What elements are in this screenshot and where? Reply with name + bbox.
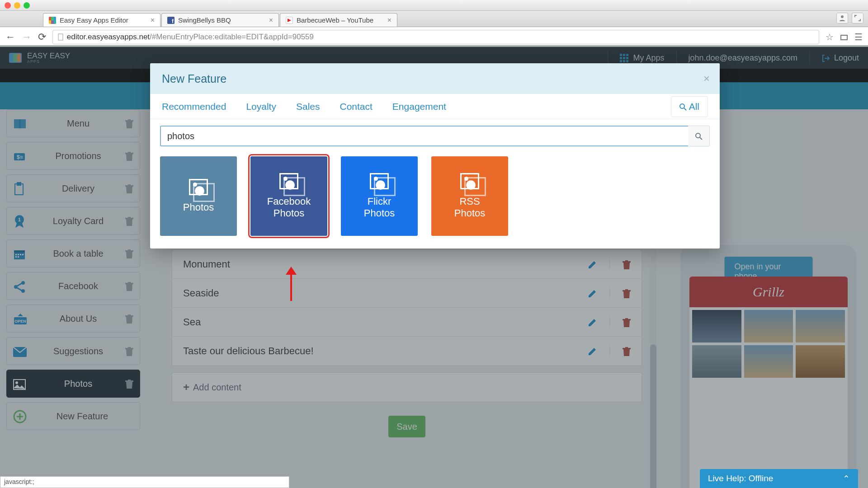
page-icon xyxy=(57,33,65,41)
browser-tabstrip: Easy Easy Apps Editor × SwingBellys BBQ … xyxy=(0,11,868,27)
svg-rect-1 xyxy=(58,34,63,40)
tab-label: BarbecueWeb – YouTube xyxy=(297,16,373,24)
search-icon xyxy=(695,133,703,140)
filter-all-button[interactable]: All xyxy=(671,96,708,117)
svg-rect-2 xyxy=(841,35,847,40)
card-label: FacebookPhotos xyxy=(267,196,311,220)
card-label: FlickrPhotos xyxy=(364,196,395,220)
nav-reload-icon[interactable]: ⟳ xyxy=(38,31,46,43)
browser-urlbar: ← → ⟳ editor.easyeasyapps.net/#MenuEntry… xyxy=(0,27,868,47)
feature-card-photos[interactable]: Photos xyxy=(160,156,237,236)
os-titlebar xyxy=(0,0,868,11)
favicon-grid-icon xyxy=(49,17,56,24)
favicon-facebook-icon xyxy=(167,17,175,24)
tab-barbecueweb[interactable]: BarbecueWeb – YouTube × xyxy=(280,13,397,27)
tab-close-icon[interactable]: × xyxy=(269,16,273,24)
feature-search-input[interactable] xyxy=(160,126,688,146)
url-path: /#MenuEntryPlace:editable=EDIT&appId=905… xyxy=(150,33,314,42)
modal-tabs: RecommendedLoyaltySalesContactEngagement… xyxy=(150,94,720,119)
favicon-youtube-icon xyxy=(286,17,293,24)
card-label: Photos xyxy=(183,202,214,213)
photo-stack-icon xyxy=(279,173,298,189)
bookmark-star-icon[interactable]: ☆ xyxy=(826,32,834,42)
feature-search-button[interactable] xyxy=(688,126,710,146)
hamburger-menu-icon[interactable]: ☰ xyxy=(854,32,863,42)
modal-tab-recommended[interactable]: Recommended xyxy=(162,101,226,112)
tab-close-icon[interactable]: × xyxy=(151,16,155,24)
modal-close-icon[interactable]: × xyxy=(703,72,710,85)
tab-editor[interactable]: Easy Easy Apps Editor × xyxy=(43,13,160,27)
modal-tab-contact[interactable]: Contact xyxy=(340,101,372,112)
presentation-mode-icon[interactable] xyxy=(840,32,848,42)
live-help-widget[interactable]: Live Help: Offline ⌃ xyxy=(700,469,858,488)
filter-all-label: All xyxy=(689,101,699,112)
window-minimize-dot[interactable] xyxy=(14,2,20,9)
feature-card-flickr-photos[interactable]: FlickrPhotos xyxy=(341,156,418,236)
tab-close-icon[interactable]: × xyxy=(387,16,392,24)
modal-tab-sales[interactable]: Sales xyxy=(296,101,320,112)
tab-label: Easy Easy Apps Editor xyxy=(60,16,128,24)
window-close-dot[interactable] xyxy=(5,2,11,9)
modal-tab-loyalty[interactable]: Loyalty xyxy=(246,101,276,112)
window-zoom-dot[interactable] xyxy=(24,2,30,9)
svg-point-27 xyxy=(680,104,684,108)
card-label: RSSPhotos xyxy=(454,196,486,220)
tab-swingbellys[interactable]: SwingBellys BBQ × xyxy=(161,13,279,27)
photo-stack-icon xyxy=(370,173,389,189)
tab-label: SwingBellys BBQ xyxy=(178,16,231,24)
live-help-label: Live Help: Offline xyxy=(708,474,773,483)
modal-title: New Feature xyxy=(162,72,226,85)
svg-point-28 xyxy=(696,133,700,138)
svg-point-0 xyxy=(841,15,844,18)
window-expand-icon[interactable] xyxy=(852,13,863,23)
url-input[interactable]: editor.easyeasyapps.net/#MenuEntryPlace:… xyxy=(52,30,819,44)
feature-card-facebook-photos[interactable]: FacebookPhotos xyxy=(250,156,327,236)
nav-forward-icon[interactable]: → xyxy=(22,31,32,43)
photo-stack-icon xyxy=(460,173,479,189)
search-icon xyxy=(679,103,687,111)
modal-tab-engagement[interactable]: Engagement xyxy=(392,101,446,112)
new-feature-modal: New Feature × RecommendedLoyaltySalesCon… xyxy=(150,63,720,249)
url-host: editor.easyeasyapps.net xyxy=(67,33,150,42)
nav-back-icon[interactable]: ← xyxy=(5,31,15,43)
modal-header: New Feature × xyxy=(150,63,720,94)
chevron-up-icon: ⌃ xyxy=(843,474,850,484)
photo-stack-icon xyxy=(189,179,208,195)
browser-status-bar: javascript:; xyxy=(0,476,289,488)
user-menu-icon[interactable] xyxy=(836,13,848,23)
feature-card-rss-photos[interactable]: RSSPhotos xyxy=(431,156,508,236)
